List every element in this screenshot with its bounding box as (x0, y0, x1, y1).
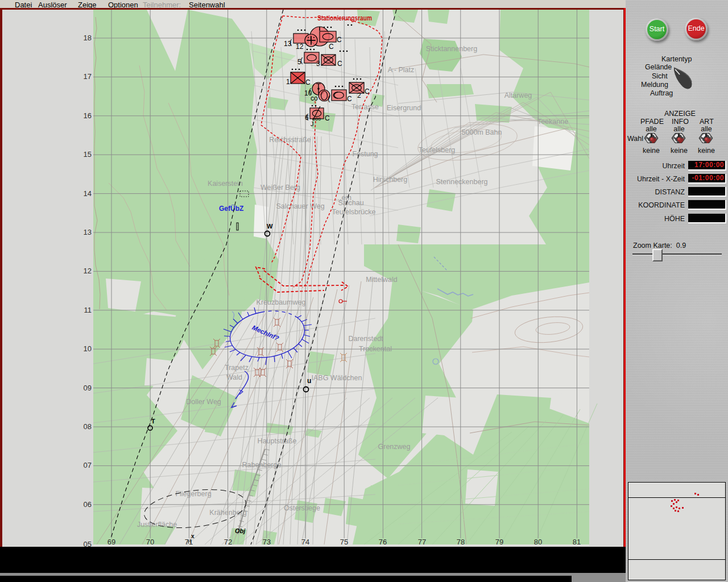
svg-text:...em: ...em (336, 194, 351, 202)
svg-text:18: 18 (84, 34, 92, 42)
svg-text:79: 79 (495, 538, 503, 546)
svg-text:73: 73 (263, 538, 271, 546)
svg-text:A - Platz: A - Platz (388, 66, 415, 74)
svg-text:05: 05 (84, 540, 92, 547)
svg-text:Weißer Berg: Weißer Berg (260, 184, 300, 192)
svg-text:72: 72 (224, 538, 232, 546)
svg-text:Festung: Festung (352, 150, 378, 158)
svg-text:76: 76 (379, 538, 387, 546)
svg-text:(: ( (300, 56, 303, 64)
svg-text:C: C (347, 95, 352, 103)
svg-text:69: 69 (107, 538, 115, 546)
svg-text:H: H (188, 539, 192, 544)
svg-text:IABG Wäldchen: IABG Wäldchen (312, 374, 362, 382)
svg-text:11: 11 (84, 306, 92, 314)
svg-text:17: 17 (84, 72, 92, 81)
svg-text:Trockental: Trockental (359, 345, 392, 353)
svg-text:ooo: ooo (312, 116, 321, 122)
svg-text:78: 78 (457, 538, 465, 546)
svg-text:80: 80 (534, 538, 542, 546)
svg-text:Stenneckenberg: Stenneckenberg (436, 178, 487, 186)
svg-text:74: 74 (301, 538, 309, 546)
svg-text:14: 14 (84, 189, 92, 198)
svg-text:C: C (365, 88, 370, 95)
svg-text:C: C (337, 60, 342, 68)
svg-text:70: 70 (146, 538, 154, 546)
svg-text:Krähenberg: Krähenberg (209, 509, 246, 517)
svg-text:08: 08 (84, 422, 92, 431)
svg-text:07: 07 (84, 461, 92, 469)
svg-text:16: 16 (84, 111, 92, 120)
svg-text:3: 3 (316, 60, 320, 68)
svg-text:GefÜbZ: GefÜbZ (219, 204, 243, 213)
svg-text:Reichsstraße: Reichsstraße (269, 136, 311, 144)
svg-text:6: 6 (305, 114, 309, 122)
svg-text:Wald: Wald (226, 373, 242, 381)
svg-text:(: ( (309, 86, 312, 95)
svg-text:C: C (305, 78, 311, 86)
svg-text:u: u (307, 377, 311, 385)
svg-text:(: ( (328, 94, 330, 102)
svg-text:Kreuzbaumweg: Kreuzbaumweg (257, 298, 306, 306)
svg-text:Teufelsbrücke: Teufelsbrücke (332, 208, 375, 216)
svg-text:13: 13 (84, 228, 92, 236)
svg-text:Darenstedt: Darenstedt (348, 335, 383, 343)
svg-text:Osterstiege: Osterstiege (284, 504, 320, 512)
svg-text:T: T (151, 418, 155, 425)
svg-text:Trapetz: Trapetz (225, 364, 249, 372)
svg-text:Teekanne: Teekanne (537, 118, 568, 126)
svg-text:12: 12 (84, 267, 92, 275)
svg-text:Hirschberg: Hirschberg (373, 176, 407, 184)
svg-text:Terrasse: Terrasse (351, 103, 379, 111)
svg-text:5000m Bahn: 5000m Bahn (462, 128, 502, 136)
svg-text:C: C (325, 114, 330, 122)
svg-text:81: 81 (573, 538, 581, 546)
svg-text:Obj: Obj (235, 527, 246, 534)
svg-text:C: C (337, 36, 342, 44)
svg-text:Hauptstraße: Hauptstraße (258, 437, 297, 445)
svg-text:C: C (329, 43, 334, 51)
svg-text:09: 09 (84, 384, 92, 392)
svg-text:Fliegerberg: Fliegerberg (175, 490, 211, 498)
svg-text:12: 12 (296, 43, 304, 51)
svg-text:06: 06 (84, 500, 92, 509)
svg-text:75: 75 (340, 538, 348, 546)
svg-text:Kaiserstein: Kaiserstein (208, 180, 243, 188)
svg-text:15: 15 (84, 150, 92, 159)
svg-text:Salchauer Weg: Salchauer Weg (276, 202, 324, 210)
svg-text:Altarweg: Altarweg (504, 92, 532, 99)
svg-text:Sticktannenberg: Sticktannenberg (426, 45, 477, 53)
svg-text:Rabenberge: Rabenberge (242, 461, 282, 469)
svg-text:Stationierungsraum: Stationierungsraum (317, 14, 372, 22)
svg-text:Teufelsberg: Teufelsberg (419, 146, 456, 154)
svg-text:Eisergrund: Eisergrund (387, 104, 421, 112)
svg-text:Grenzweg: Grenzweg (378, 443, 411, 451)
svg-text:10: 10 (84, 344, 92, 353)
svg-text:Doller Weg: Doller Weg (186, 398, 221, 406)
svg-text:2: 2 (357, 92, 361, 99)
svg-text:(: ( (289, 38, 292, 46)
svg-text:x: x (191, 533, 195, 539)
svg-text:W: W (267, 223, 273, 230)
svg-text:77: 77 (418, 538, 426, 546)
svg-text:1: 1 (286, 78, 290, 86)
svg-text:co: co (311, 94, 318, 102)
svg-text:Mittelwald: Mittelwald (366, 276, 398, 284)
